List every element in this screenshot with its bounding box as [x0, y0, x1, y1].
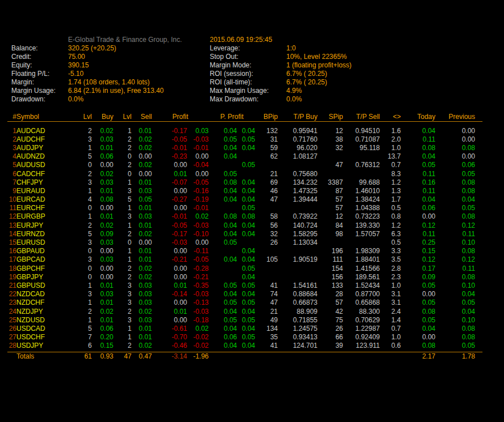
cell-today: 0.12	[401, 255, 435, 264]
cell-profit-buy: -0.14	[152, 290, 187, 299]
info-row: Equity:390.15	[11, 61, 207, 70]
info-value: 10%, Level 22365%	[286, 53, 347, 61]
cell-tp-buy: 134.232	[278, 178, 317, 186]
cell-today: 0.16	[401, 178, 435, 186]
cell-lvl-buy: 3	[67, 238, 92, 246]
cell-p-profit-buy: 0.08	[209, 212, 237, 221]
cell-symbol: AUDCAD	[16, 126, 67, 135]
cell-today: 0.11	[401, 186, 435, 195]
cell-spip: 47	[317, 161, 343, 169]
cell-spip: 87	[317, 186, 343, 195]
cell-buy: 0.08	[92, 195, 113, 204]
cell-p-profit-buy: 0.04	[209, 126, 237, 135]
cell-lvl-buy: 2	[67, 221, 92, 229]
account-summary-left: Balance:320.25 (+20.25)Credit:75.00Equit…	[11, 44, 207, 104]
cell-bpip: 32	[255, 229, 278, 238]
totals-sell: 0.47	[132, 352, 152, 361]
col-header-tp-buy: T/P Buy	[278, 112, 317, 121]
cell-today: 0.09	[401, 272, 435, 281]
info-label: ROI (all-time):	[210, 78, 286, 87]
cell-p-profit-buy: 0.05	[209, 299, 237, 307]
cell-symbol: AUDCHF	[16, 135, 67, 143]
cell-profit-sell: -0.03	[187, 307, 209, 316]
cell-lvl-buy: 6	[67, 342, 92, 350]
cell-sell: 0.01	[132, 255, 152, 264]
cell-tp-buy: 1.08127	[278, 152, 317, 161]
cell-bpip: 41	[255, 281, 278, 289]
cell-sell: 0.01	[132, 324, 152, 333]
cell-spread: 0.6	[380, 342, 401, 350]
cell-tp-buy: 96.020	[278, 143, 317, 152]
cell-p-profit-sell: 0.05	[237, 316, 255, 324]
cell-tp-sell: 1.04388	[343, 204, 380, 212]
cell-symbol: USDCHF	[16, 333, 67, 342]
cell-tp-sell: 88.300	[343, 307, 380, 316]
cell-row-number: 27	[0, 333, 16, 342]
info-value: 6.7% ( 20.25)	[286, 78, 327, 87]
cell-previous: 0.08	[435, 143, 475, 152]
info-value: 6.7% ( 20.25)	[286, 70, 327, 78]
table-header: #SymbolLvlBuyLvlSellProfitP. ProfitBPipT…	[0, 112, 475, 121]
cell-p-profit-sell: 0.04	[237, 221, 255, 229]
cell-tp-buy: 88.909	[278, 307, 317, 316]
cell-lvl-sell: 2	[113, 229, 132, 238]
cell-tp-buy: 1.58295	[278, 229, 317, 238]
cell-symbol: NZDUSD	[16, 316, 67, 324]
cell-row-number: 9	[0, 186, 16, 195]
cell-tp-sell: 0.71087	[343, 135, 380, 143]
cell-tp-buy: 0.75680	[278, 169, 317, 178]
position-row-audchf: 2AUDCHF30.0320.02-0.05-0.030.050.05310.7…	[0, 135, 475, 143]
info-value: 0.0%	[286, 95, 302, 104]
server-datetime: 2015.06.09 19:25:45	[210, 36, 272, 44]
cell-bpip: 59	[255, 143, 278, 152]
position-row-eurnzd: 14EURNZD50.0920.02-0.17-0.100.040.04321.…	[0, 229, 475, 238]
cell-p-profit-buy	[209, 264, 237, 272]
position-row-gbpjpy: 19GBPJPY00.0020.020.00-0.210.04156189.56…	[0, 272, 475, 281]
cell-sell: 0.03	[132, 290, 152, 299]
cell-bpip	[255, 161, 278, 169]
cell-lvl-sell: 3	[113, 290, 132, 299]
cell-spread: 1.2	[380, 178, 401, 186]
cell-p-profit-sell: 0.04	[237, 324, 255, 333]
cell-lvl-sell: 0	[113, 169, 132, 178]
cell-spread: 1.4	[380, 316, 401, 324]
cell-profit-sell: -0.19	[187, 195, 209, 204]
cell-profit-buy: -0.23	[152, 152, 187, 161]
cell-previous: 0.10	[435, 238, 475, 246]
cell-lvl-sell: 3	[113, 212, 132, 221]
cell-tp-sell: 1.41566	[343, 264, 380, 272]
cell-profit-buy: -0.70	[152, 333, 187, 342]
cell-bpip: 105	[255, 255, 278, 264]
cell-previous: 0.08	[435, 333, 475, 342]
cell-lvl-sell: 3	[113, 316, 132, 324]
cell-today: 0.15	[401, 247, 435, 255]
info-value: -5.10	[68, 70, 83, 78]
info-label: ROI (session):	[210, 70, 286, 78]
cell-today: 0.04	[401, 195, 435, 204]
cell-spread: 2.8	[380, 264, 401, 272]
cell-profit-sell: -0.11	[187, 247, 209, 255]
cell-tp-sell: 1.22987	[343, 324, 380, 333]
cell-today: 0.08	[401, 143, 435, 152]
cell-row-number: 23	[0, 299, 16, 307]
cell-sell: 0.03	[132, 186, 152, 195]
cell-symbol: EURUSD	[16, 238, 67, 246]
cell-previous: 0.12	[435, 221, 475, 229]
cell-lvl-buy: 5	[67, 324, 92, 333]
position-row-audcad: 1AUDCAD20.0210.01-0.170.030.040.041320.9…	[0, 126, 475, 135]
col-header-lvl-sell: Lvl	[113, 112, 132, 121]
cell-p-profit-sell: 0.05	[237, 299, 255, 307]
cell-previous: 0.05	[435, 204, 475, 212]
cell-tp-buy: 0.71760	[278, 135, 317, 143]
cell-previous: 0.08	[435, 212, 475, 221]
cell-profit-buy: 0.00	[152, 204, 187, 212]
cell-symbol: EURAUD	[16, 186, 67, 195]
cell-symbol: AUDUSD	[16, 161, 67, 169]
cell-tp-buy: 1.13034	[278, 238, 317, 246]
cell-symbol: EURNZD	[16, 229, 67, 238]
cell-bpip: 41	[255, 342, 278, 350]
cell-p-profit-buy: 0.05	[209, 135, 237, 143]
cell-tp-buy: 124.701	[278, 342, 317, 350]
cell-lvl-buy: 1	[67, 143, 92, 152]
col-header-sell: Sell	[132, 112, 152, 121]
